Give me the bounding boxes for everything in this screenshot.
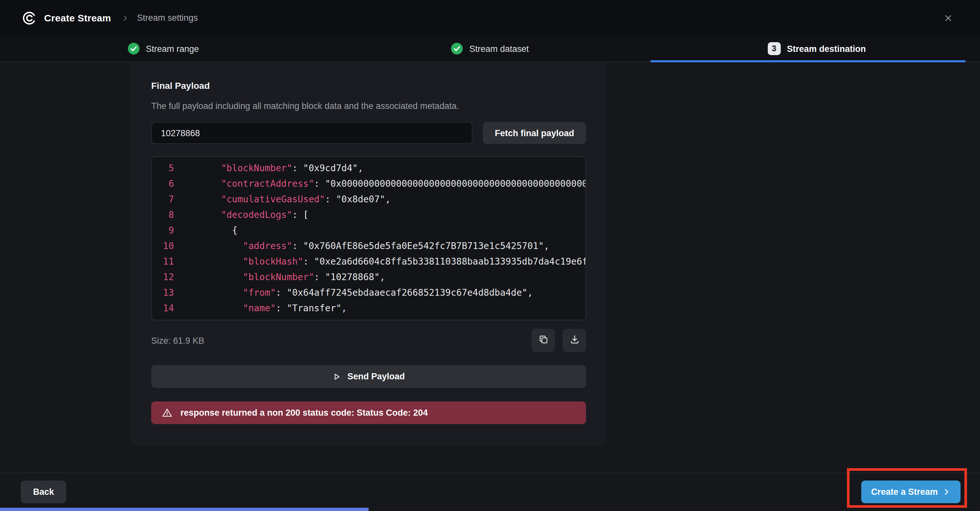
code-line: 12 "blockNumber": "10278868", — [152, 269, 585, 285]
send-payload-label: Send Payload — [347, 371, 405, 381]
block-number-input[interactable] — [151, 122, 473, 144]
code-text: "contractAddress": "0x000000000000000000… — [188, 176, 585, 191]
code-line: 13 "from": "0x64aff7245ebdaaecaf26685213… — [152, 285, 585, 300]
copy-icon — [538, 334, 549, 347]
line-number: 6 — [157, 176, 174, 191]
code-line: 6 "contractAddress": "0x0000000000000000… — [152, 176, 585, 191]
code-text: "blockNumber": "0x9cd7d4", — [188, 160, 363, 176]
send-payload-button[interactable]: Send Payload — [151, 365, 586, 388]
code-text: "address": "0x760AfE86e5de5fa0Ee542fc7B7… — [188, 238, 549, 254]
code-line: 9 { — [152, 222, 585, 238]
code-text: { — [188, 222, 237, 238]
code-line: 14 "name": "Transfer", — [152, 300, 585, 316]
step-complete-check-icon — [451, 43, 463, 54]
line-number: 11 — [157, 254, 174, 269]
step-label-dataset: Stream dataset — [469, 44, 529, 54]
modal-body: Final Payload The full payload including… — [0, 62, 980, 511]
line-number: 15 — [157, 316, 174, 321]
section-description: The full payload including all matching … — [151, 101, 586, 111]
error-alert: response returned a non 200 status code:… — [151, 402, 586, 424]
download-payload-button[interactable] — [563, 329, 586, 352]
breadcrumb-current: Stream settings — [137, 13, 198, 23]
code-line: 11 "blockHash": "0xe2a6d6604c8ffa5b33811… — [152, 254, 585, 269]
payload-meta-row: Size: 61.9 KB — [151, 329, 586, 352]
modal-footer: Back Create a Stream — [0, 473, 980, 511]
code-line: 10 "address": "0x760AfE86e5de5fa0Ee542fc… — [152, 238, 585, 254]
create-stream-button[interactable]: Create a Stream — [861, 481, 961, 503]
modal-title: Create Stream — [44, 12, 111, 23]
code-line: 8 "decodedLogs": [ — [152, 207, 585, 222]
step-stream-range[interactable]: Stream range — [0, 36, 327, 62]
line-number: 13 — [157, 285, 174, 300]
line-number: 8 — [157, 207, 174, 222]
line-number: 9 — [157, 222, 174, 238]
breadcrumb-chevron-icon — [121, 14, 129, 22]
payload-json-viewer[interactable]: 5 "blockNumber": "0x9cd7d4", 6 "contract… — [151, 156, 586, 321]
back-button[interactable]: Back — [21, 481, 67, 503]
final-payload-card: Final Payload The full payload including… — [130, 62, 607, 446]
line-number: 12 — [157, 269, 174, 285]
underlying-page-edge — [0, 508, 369, 511]
code-line: 7 "cumulativeGasUsed": "0x8de07", — [152, 191, 585, 207]
code-text: "to": "0x96a41097fc839448b2591fac297884e… — [188, 316, 522, 321]
payload-size-label: Size: 61.9 KB — [151, 336, 204, 345]
line-number: 7 — [157, 191, 174, 207]
create-stream-modal: Create Stream Stream settings Stream ran… — [0, 0, 980, 511]
code-text: "name": "Transfer", — [188, 300, 347, 316]
step-label-range: Stream range — [146, 44, 199, 54]
download-icon — [569, 334, 580, 347]
payload-actions — [531, 329, 586, 352]
code-line: 5 "blockNumber": "0x9cd7d4", — [152, 160, 585, 176]
line-number: 10 — [157, 238, 174, 254]
code-line: 15 "to": "0x96a41097fc839448b2591fac2978… — [152, 316, 585, 321]
block-number-row: Fetch final payload — [151, 122, 586, 144]
step-stream-destination[interactable]: 3 Stream destination — [653, 36, 980, 62]
step-stream-dataset[interactable]: Stream dataset — [327, 36, 654, 62]
create-stream-label: Create a Stream — [871, 487, 938, 497]
code-text: "cumulativeGasUsed": "0x8de07", — [188, 191, 391, 207]
line-number: 5 — [157, 160, 174, 176]
fetch-final-payload-button[interactable]: Fetch final payload — [483, 122, 586, 144]
section-title: Final Payload — [151, 80, 210, 91]
step-number-badge: 3 — [767, 42, 780, 55]
code-text: "blockNumber": "10278868", — [188, 269, 385, 285]
code-text: "from": "0x64aff7245ebdaaecaf266852139c6… — [188, 285, 533, 300]
app-logo-icon — [22, 11, 37, 25]
chevron-right-icon — [942, 488, 951, 496]
play-icon — [332, 372, 341, 381]
step-complete-check-icon — [128, 43, 140, 54]
copy-payload-button[interactable] — [531, 329, 555, 352]
error-message: response returned a non 200 status code:… — [180, 408, 428, 417]
modal-header: Create Stream Stream settings — [0, 0, 980, 36]
step-label-destination: Stream destination — [787, 44, 866, 54]
warning-icon — [162, 407, 173, 418]
line-number: 14 — [157, 300, 174, 316]
close-button[interactable] — [941, 11, 955, 25]
stepper: Stream range Stream dataset 3 Stream des… — [0, 36, 980, 62]
code-text: "decodedLogs": [ — [188, 207, 309, 222]
code-text: "blockHash": "0xe2a6d6604c8ffa5b33811038… — [188, 254, 585, 269]
